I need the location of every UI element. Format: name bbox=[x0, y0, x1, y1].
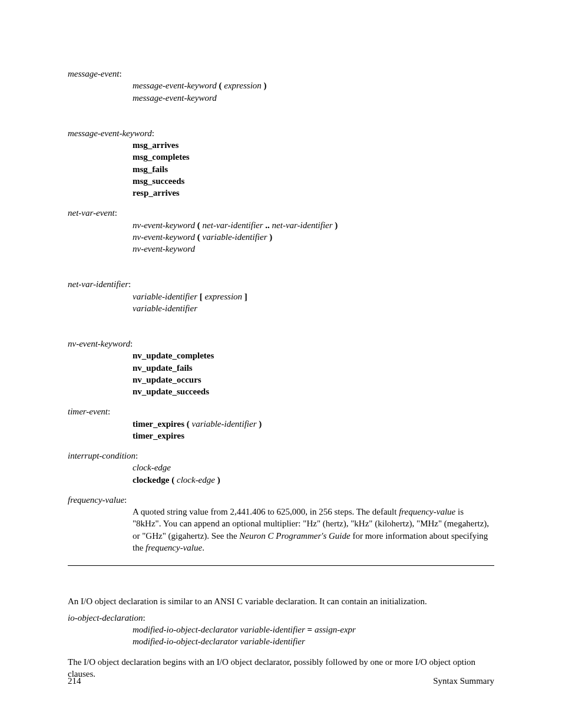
colon: : bbox=[143, 613, 145, 622]
nonterminal: net-var-identifier bbox=[272, 220, 333, 230]
rule-body: nv-event-keyword ( net-var-identifier ..… bbox=[68, 219, 494, 255]
keyword: msg_completes bbox=[133, 151, 494, 163]
rule-header: net-var-event: bbox=[68, 207, 494, 219]
grammar-rule-net-var-identifier: net-var-identifier: variable-identifier … bbox=[68, 278, 494, 314]
grammar-rule-io-object-declaration: io-object-declaration: modified-io-objec… bbox=[68, 612, 494, 648]
keyword: msg_fails bbox=[133, 163, 494, 175]
rule-header: message-event: bbox=[68, 68, 494, 80]
rule-header: timer-event: bbox=[68, 406, 494, 417]
production-line: modified-io-object-declarator variable-i… bbox=[133, 635, 494, 647]
rule-name: interrupt-condition bbox=[68, 451, 135, 460]
rule-header: io-object-declaration: bbox=[68, 612, 494, 624]
colon: : bbox=[152, 129, 154, 138]
terminal: clockedge ( bbox=[133, 475, 174, 485]
production-line: modified-io-object-declarator variable-i… bbox=[133, 624, 494, 635]
reference-title: Neuron C Programmer's Guide bbox=[239, 531, 350, 541]
rule-body: variable-identifier [ expression ] varia… bbox=[68, 291, 494, 315]
rule-name: net-var-event bbox=[68, 208, 115, 218]
keyword: nv_update_completes bbox=[133, 350, 494, 361]
rule-body: A quoted string value from 2,441.406 to … bbox=[68, 506, 494, 554]
rule-name: net-var-identifier bbox=[68, 279, 128, 289]
grammar-rule-net-var-event: net-var-event: nv-event-keyword ( net-va… bbox=[68, 207, 494, 255]
rule-body: modified-io-object-declarator variable-i… bbox=[68, 624, 494, 648]
footer-title: Syntax Summary bbox=[433, 675, 494, 687]
rule-name: frequency-value bbox=[68, 495, 124, 505]
keyword: timer_expires bbox=[133, 430, 494, 442]
rule-header: interrupt-condition: bbox=[68, 450, 494, 462]
nonterminal: variable-identifier bbox=[133, 292, 197, 301]
keyword: nv_update_fails bbox=[133, 362, 494, 374]
terminal: ) bbox=[217, 475, 220, 485]
rule-name: message-event bbox=[68, 69, 119, 78]
description-text: . bbox=[202, 543, 204, 552]
terminal: ( bbox=[197, 232, 200, 242]
production-line: nv-event-keyword ( variable-identifier ) bbox=[133, 231, 494, 243]
production-line: message-event-keyword bbox=[133, 92, 494, 104]
nonterminal: expression bbox=[224, 81, 262, 90]
terminal: ( bbox=[197, 220, 200, 230]
nonterminal: variable-identifier bbox=[203, 232, 267, 242]
colon: : bbox=[119, 69, 121, 78]
rule-header: frequency-value: bbox=[68, 494, 494, 506]
rule-body: message-event-keyword ( expression ) mes… bbox=[68, 80, 494, 104]
production-line: message-event-keyword ( expression ) bbox=[133, 80, 494, 91]
colon: : bbox=[108, 407, 110, 416]
rule-header: nv-event-keyword: bbox=[68, 338, 494, 350]
terminal: ) bbox=[259, 419, 262, 429]
description-text: A quoted string value from 2,441.406 to … bbox=[133, 507, 399, 516]
nonterminal: nv-event-keyword bbox=[133, 232, 195, 242]
colon: : bbox=[124, 495, 127, 505]
terminal: ( bbox=[219, 81, 222, 90]
nonterminal: message-event-keyword bbox=[133, 81, 217, 90]
rule-header: message-event-keyword: bbox=[68, 127, 494, 139]
terminal: ] bbox=[244, 292, 247, 301]
grammar-rule-timer-event: timer-event: timer_expires ( variable-id… bbox=[68, 406, 494, 442]
section-divider bbox=[68, 565, 494, 566]
page-content: message-event: message-event-keyword ( e… bbox=[0, 0, 562, 680]
keyword: nv_update_occurs bbox=[133, 374, 494, 386]
terminal: ) bbox=[269, 232, 272, 242]
page-number: 214 bbox=[68, 675, 81, 687]
page-footer: 214 Syntax Summary bbox=[68, 675, 494, 687]
rule-body: msg_arrives msg_completes msg_fails msg_… bbox=[68, 139, 494, 199]
production-line: clockedge ( clock-edge ) bbox=[133, 474, 494, 486]
terminal: ) bbox=[264, 81, 267, 90]
keyword: msg_arrives bbox=[133, 139, 494, 151]
keyword: timer_expires bbox=[133, 419, 184, 429]
colon: : bbox=[128, 279, 131, 289]
rule-name: timer-event bbox=[68, 407, 108, 416]
grammar-rule-interrupt-condition: interrupt-condition: clock-edge clockedg… bbox=[68, 450, 494, 486]
terminal: = bbox=[308, 625, 313, 634]
production-line: nv-event-keyword bbox=[133, 243, 494, 255]
terminal: ( bbox=[187, 419, 190, 429]
production-line: nv-event-keyword ( net-var-identifier ..… bbox=[133, 219, 494, 231]
production-line: variable-identifier bbox=[133, 302, 494, 314]
terminal: [ bbox=[200, 292, 203, 301]
keyword: msg_succeeds bbox=[133, 175, 494, 187]
terminal: ) bbox=[335, 220, 338, 230]
nonterminal: nv-event-keyword bbox=[133, 220, 195, 230]
nonterminal: clock-edge bbox=[177, 475, 215, 485]
colon: : bbox=[130, 339, 133, 348]
nonterminal: expression bbox=[204, 292, 242, 301]
rule-body: timer_expires ( variable-identifier ) ti… bbox=[68, 418, 494, 442]
production-line: variable-identifier [ expression ] bbox=[133, 291, 494, 302]
nonterminal: net-var-identifier bbox=[203, 220, 263, 230]
rule-body: clock-edge clockedge ( clock-edge ) bbox=[68, 462, 494, 486]
rule-name: message-event-keyword bbox=[68, 129, 152, 138]
rule-header: net-var-identifier: bbox=[68, 278, 494, 290]
nonterminal: assign-expr bbox=[315, 625, 356, 634]
colon: : bbox=[115, 208, 117, 218]
nonterminal: frequency-value bbox=[399, 507, 455, 516]
rule-body: nv_update_completes nv_update_fails nv_u… bbox=[68, 350, 494, 397]
terminal: .. bbox=[265, 220, 270, 230]
grammar-rule-message-event-keyword: message-event-keyword: msg_arrives msg_c… bbox=[68, 127, 494, 199]
rule-name: io-object-declaration bbox=[68, 613, 143, 622]
nonterminal: variable-identifier bbox=[192, 419, 257, 429]
keyword: resp_arrives bbox=[133, 187, 494, 199]
keyword: nv_update_succeeds bbox=[133, 386, 494, 397]
nonterminal: modified-io-object-declarator variable-i… bbox=[133, 625, 305, 634]
paragraph: An I/O object declaration is similar to … bbox=[68, 595, 494, 607]
rule-name: nv-event-keyword bbox=[68, 339, 130, 348]
grammar-rule-message-event: message-event: message-event-keyword ( e… bbox=[68, 68, 494, 104]
